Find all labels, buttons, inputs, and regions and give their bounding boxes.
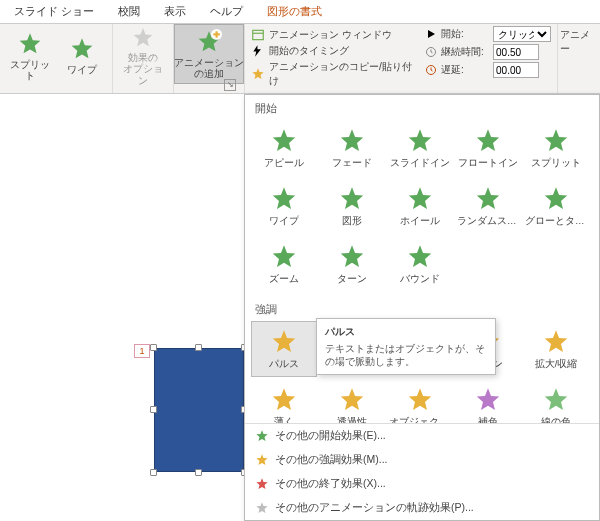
star-icon <box>338 185 366 213</box>
gallery-item[interactable]: フロートイン <box>455 120 521 176</box>
gallery-item-label: バウンド <box>400 273 440 286</box>
tab-help[interactable]: ヘルプ <box>200 2 253 21</box>
star-icon <box>270 185 298 213</box>
gallery-item-label: 線の色 <box>541 416 571 424</box>
tab-view[interactable]: 表示 <box>154 2 196 21</box>
timing-duration-row: 継続時間: <box>425 44 551 60</box>
star-icon <box>406 185 434 213</box>
gallery-item[interactable]: フェード <box>319 120 385 176</box>
animation-pane-button[interactable]: アニメーション ウィンドウ <box>251 28 413 42</box>
resize-handle[interactable] <box>195 469 202 476</box>
footer-label: その他の終了効果(X)... <box>275 477 386 491</box>
clock-icon <box>425 46 437 58</box>
more-motion-paths[interactable]: その他のアニメーションの軌跡効果(P)... <box>245 496 599 520</box>
more-exit-effects[interactable]: その他の終了効果(X)... <box>245 472 599 496</box>
gallery-item[interactable]: グローとターン <box>523 178 589 234</box>
gallery-item[interactable]: パルス <box>251 321 317 377</box>
more-entrance-effects[interactable]: その他の開始効果(E)... <box>245 424 599 448</box>
star-icon <box>406 127 434 155</box>
dialog-launcher[interactable]: ↘ <box>224 79 236 91</box>
star-icon <box>270 386 298 414</box>
star-icon <box>406 386 434 414</box>
gallery-item-label: パルス <box>269 358 299 371</box>
gallery-item[interactable]: ワイプ <box>251 178 317 234</box>
star-icon <box>542 127 570 155</box>
timing-start-select[interactable]: クリック時 <box>493 26 551 42</box>
star-icon <box>270 127 298 155</box>
gallery-item-label: スプリット <box>531 157 581 170</box>
selected-shape[interactable]: 1 <box>154 348 244 472</box>
advanced-animation-subgroup: アニメーション ウィンドウ 開始のタイミング アニメーションのコピー/貼り付け <box>245 24 419 93</box>
timing-delay-row: 遅延: <box>425 62 551 78</box>
resize-handle[interactable] <box>150 469 157 476</box>
gallery-item[interactable]: アピール <box>251 120 317 176</box>
gallery-item[interactable]: ズーム <box>251 236 317 292</box>
resize-handle[interactable] <box>150 406 157 413</box>
gallery-item[interactable]: スプリット <box>523 120 589 176</box>
cutoff-label: アニメー <box>560 29 590 54</box>
gallery-item-label: ランダムスト... <box>457 215 519 228</box>
timing-duration-input[interactable] <box>493 44 539 60</box>
gallery-item[interactable]: ランダムスト... <box>455 178 521 234</box>
gallery-item-label: フロートイン <box>458 157 518 170</box>
effect-item-split[interactable]: スプリット <box>6 26 54 86</box>
gallery-item-label: 透過性 <box>337 416 367 424</box>
rectangle-shape[interactable] <box>154 348 244 472</box>
button-label: アニメーション ウィンドウ <box>269 28 392 42</box>
animation-painter-button[interactable]: アニメーションのコピー/貼り付け <box>251 60 413 88</box>
gallery-item[interactable]: オブジェクト ... <box>387 379 453 423</box>
effect-item-wipe[interactable]: ワイプ <box>58 26 106 86</box>
gallery-item[interactable]: 拡大/収縮 <box>523 321 589 377</box>
gallery-item-label: グローとターン <box>525 215 587 228</box>
add-animation-button[interactable]: アニメーション の追加 <box>174 24 244 84</box>
entrance-grid: アピールフェードスライドインフロートインスプリットワイプ図形ホイールランダムスト… <box>245 120 599 296</box>
tab-shapeformat[interactable]: 図形の書式 <box>257 2 332 21</box>
star-icon <box>251 67 265 81</box>
gallery-item[interactable]: 図形 <box>319 178 385 234</box>
gallery-item[interactable]: 線の色 <box>523 379 589 423</box>
star-icon <box>270 328 298 356</box>
star-icon <box>474 185 502 213</box>
effect-options-button: 効果の オプション <box>119 26 167 86</box>
animation-index-tag[interactable]: 1 <box>134 344 150 358</box>
more-emphasis-effects[interactable]: その他の強調効果(M)... <box>245 448 599 472</box>
resize-handle[interactable] <box>195 344 202 351</box>
gallery-item[interactable]: バウンド <box>387 236 453 292</box>
star-icon <box>255 453 269 467</box>
gallery-item[interactable]: ターン <box>319 236 385 292</box>
gallery-item-label: ターン <box>337 273 367 286</box>
star-icon <box>474 386 502 414</box>
gallery-item[interactable]: 補色 <box>455 379 521 423</box>
tab-slideshow[interactable]: スライド ショー <box>4 2 104 21</box>
resize-handle[interactable] <box>150 344 157 351</box>
gallery-item[interactable]: 薄く <box>251 379 317 423</box>
ribbon-tabs: スライド ショー 校閲 表示 ヘルプ 図形の書式 <box>0 0 600 24</box>
star-icon <box>255 501 269 515</box>
tab-review[interactable]: 校閲 <box>108 2 150 21</box>
star-icon <box>338 127 366 155</box>
gallery-footer: その他の開始効果(E)... その他の強調効果(M)... その他の終了効果(X… <box>245 423 599 520</box>
gallery-item[interactable]: 透過性 <box>319 379 385 423</box>
clock-icon <box>425 64 437 76</box>
timing-group: 開始: クリック時 継続時間: 遅延: <box>419 24 557 93</box>
section-header-entrance: 開始 <box>245 95 599 120</box>
footer-label: その他のアニメーションの軌跡効果(P)... <box>275 501 474 515</box>
gallery-item-label: ズーム <box>269 273 299 286</box>
gallery-item[interactable]: ホイール <box>387 178 453 234</box>
gallery-item-label: フェード <box>332 157 372 170</box>
gallery-item-label: スライドイン <box>390 157 450 170</box>
gallery-item-label: アピール <box>264 157 304 170</box>
trigger-button[interactable]: 開始のタイミング <box>251 44 413 58</box>
star-icon <box>542 328 570 356</box>
button-label: 効果の オプション <box>119 52 167 87</box>
star-icon <box>542 185 570 213</box>
timing-start-row: 開始: クリック時 <box>425 26 551 42</box>
star-icon <box>270 243 298 271</box>
add-animation-gallery: 開始 アピールフェードスライドインフロートインスプリットワイプ図形ホイールランダ… <box>244 94 600 521</box>
gallery-item[interactable]: スライドイン <box>387 120 453 176</box>
gallery-item-label: 補色 <box>478 416 498 424</box>
star-icon <box>17 31 43 57</box>
star-icon <box>255 477 269 491</box>
footer-label: その他の開始効果(E)... <box>275 429 386 443</box>
timing-delay-input[interactable] <box>493 62 539 78</box>
